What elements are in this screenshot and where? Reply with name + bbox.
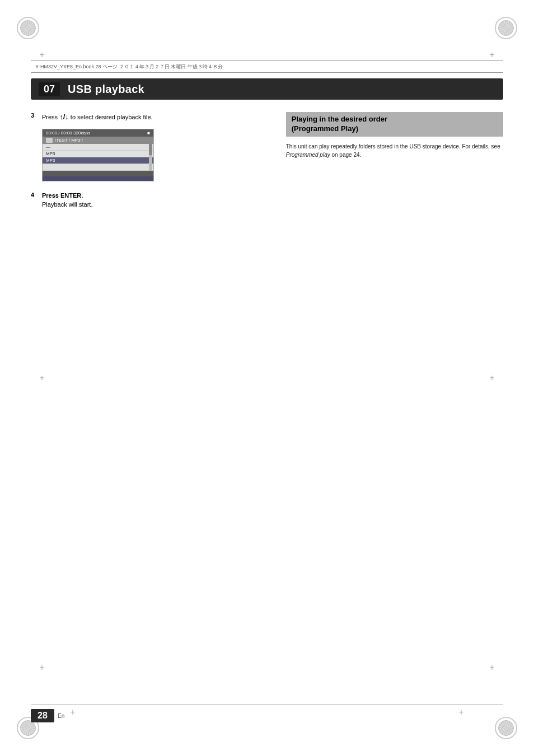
screen-progress-bar xyxy=(43,176,153,181)
step-3: 3 Press ↑/↓ to select desired playback f… xyxy=(31,112,257,122)
screen-file-list: — MP3 MP3 xyxy=(43,144,153,171)
step-4-text: Press ENTER. xyxy=(42,192,92,200)
folder-icon xyxy=(46,138,53,143)
screen-folder-bar: /TEST / MP3 / xyxy=(43,137,153,144)
scrollbar-thumb xyxy=(149,144,152,155)
file-name-2: MP3 xyxy=(46,151,55,156)
chapter-title: USB playback xyxy=(68,83,144,96)
file-icon-1: — xyxy=(46,144,50,150)
step-4-number: 4 xyxy=(31,192,42,198)
main-content: 3 Press ↑/↓ to select desired playback f… xyxy=(31,112,503,666)
folder-path: /TEST / MP3 / xyxy=(55,138,83,143)
right-column: Playing in the desired order (Programmed… xyxy=(286,112,503,159)
file-item-1: — xyxy=(43,144,153,151)
footer: 28 En xyxy=(31,704,503,722)
left-column: 3 Press ↑/↓ to select desired playback f… xyxy=(31,112,257,216)
chapter-number: 07 xyxy=(39,82,60,96)
header-bar: X-HM32V_YXE8_En.book 28 ページ ２０１４年３月２７日 木… xyxy=(31,60,503,73)
step-4-subtext: Playback will start. xyxy=(42,200,92,209)
screen-stop-icon: ■ xyxy=(147,130,150,136)
section-heading: Playing in the desired order (Programmed… xyxy=(292,115,498,134)
page-lang: En xyxy=(58,713,64,719)
section-body-text1: This unit can play repeatedly folders st… xyxy=(286,143,500,150)
screen-top-bar: 00:00 / 00:00 320kbps ■ xyxy=(43,129,153,137)
screen-file-area: — MP3 MP3 xyxy=(43,144,153,171)
crosshair-tl xyxy=(36,49,48,60)
screen-bottom-bar xyxy=(43,171,153,176)
file-item-3: MP3 xyxy=(43,157,153,164)
step-3-text: Press ↑/↓ to select desired playback fil… xyxy=(42,112,153,122)
file-name-3: MP3 xyxy=(46,158,55,163)
step-4-bold: Press ENTER. xyxy=(42,192,83,199)
step-4-container: 4 Press ENTER. Playback will start. xyxy=(31,192,257,209)
header-file-info: X-HM32V_YXE8_En.book 28 ページ ２０１４年３月２７日 木… xyxy=(35,63,223,71)
step-3-number: 3 xyxy=(31,112,42,119)
screen-time: 00:00 / 00:00 320kbps xyxy=(46,130,90,136)
chapter-header: 07 USB playback xyxy=(31,78,503,100)
crosshair-tr xyxy=(486,49,498,60)
section-heading-line2: (Programmed Play) xyxy=(292,124,358,133)
file-item-4 xyxy=(43,164,153,171)
section-heading-line1: Playing in the desired order xyxy=(292,115,387,123)
ornament-top-left xyxy=(17,17,39,39)
screen-scrollbar xyxy=(149,144,152,171)
section-body: This unit can play repeatedly folders st… xyxy=(286,142,503,159)
file-item-2: MP3 xyxy=(43,151,153,157)
section-heading-bar: Playing in the desired order (Programmed… xyxy=(286,112,503,137)
screen-mockup: 00:00 / 00:00 320kbps ■ /TEST / MP3 / — … xyxy=(42,129,154,181)
section-body-italic: Programmed play xyxy=(286,152,330,158)
file-name-4 xyxy=(46,165,47,170)
section-body-text2: on page 24. xyxy=(330,152,362,158)
step-3-key: ↑/↓ xyxy=(59,113,69,121)
ornament-top-right xyxy=(495,17,517,39)
page-number: 28 xyxy=(31,709,54,722)
step-4: 4 Press ENTER. Playback will start. xyxy=(31,192,257,209)
